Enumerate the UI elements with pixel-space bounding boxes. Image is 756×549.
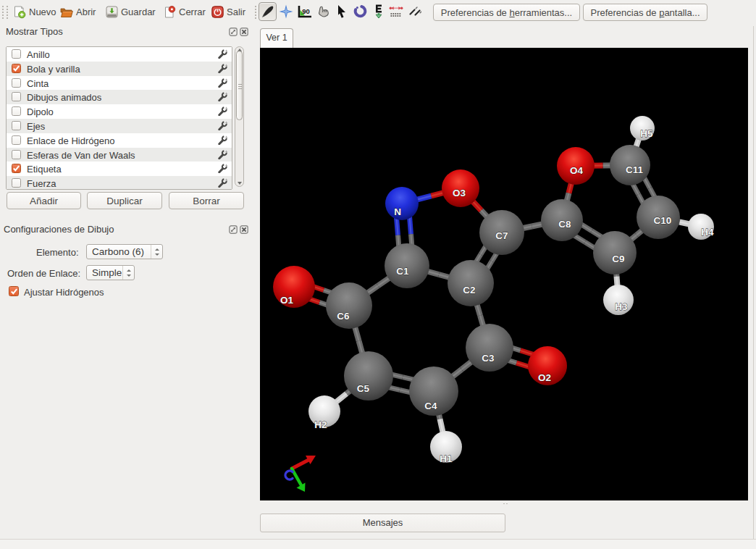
svg-text:C4: C4 [424,401,437,411]
svg-text:C1: C1 [396,266,409,277]
svg-text:H1: H1 [440,453,453,464]
svg-text:C11: C11 [626,164,644,175]
svg-text:H2: H2 [314,419,327,430]
svg-text:C6: C6 [337,311,350,322]
svg-text:O3: O3 [453,188,466,198]
svg-text:C9: C9 [612,253,624,264]
svg-text:C10: C10 [654,215,672,226]
svg-text:H4: H4 [701,227,714,238]
svg-text:O4: O4 [570,165,584,176]
svg-text:C2: C2 [463,285,475,296]
svg-text:H5: H5 [640,128,653,139]
svg-text:C8: C8 [558,219,571,230]
svg-text:O2: O2 [538,372,551,383]
svg-text:C5: C5 [357,383,370,394]
svg-text:N: N [394,206,401,217]
svg-text:C7: C7 [495,230,508,241]
svg-text:90: 90 [302,7,310,15]
svg-text:O1: O1 [280,295,294,306]
svg-text:H3: H3 [615,301,628,312]
svg-text:C3: C3 [482,353,495,364]
